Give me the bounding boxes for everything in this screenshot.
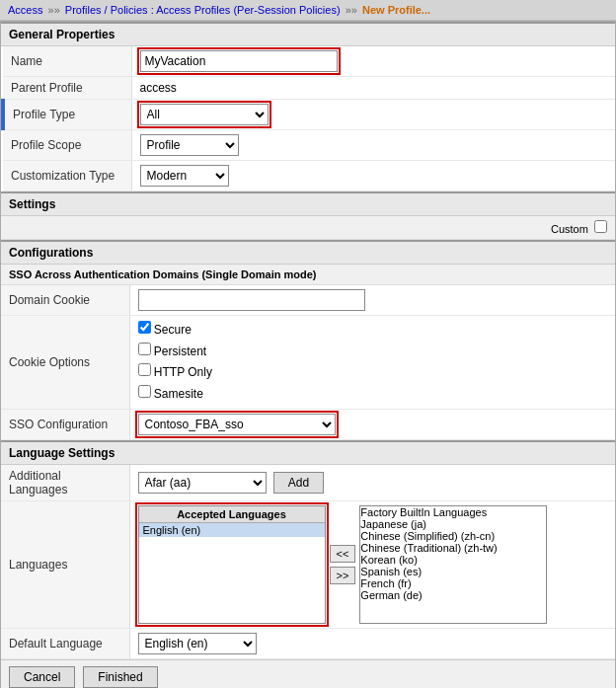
- languages-label: Languages: [1, 501, 129, 629]
- list-item-english[interactable]: English (en): [139, 523, 325, 537]
- persistent-option[interactable]: Persistent: [138, 342, 608, 363]
- customization-type-label: Customization Type: [3, 161, 131, 191]
- list-item-korean[interactable]: Korean (ko): [360, 554, 546, 566]
- list-item-german[interactable]: German (de): [360, 589, 546, 601]
- sso-table: Domain Cookie Cookie Options Secure Pers…: [1, 285, 615, 440]
- http-only-option[interactable]: HTTP Only: [138, 362, 608, 384]
- list-item-spanish[interactable]: Spanish (es): [360, 566, 546, 577]
- transfer-right-button[interactable]: >>: [330, 567, 356, 584]
- accepted-languages-container: Accepted Languages English (en): [138, 505, 326, 624]
- language-table: Additional Languages Afar (aa) Add Langu…: [1, 465, 615, 659]
- sso-config-select[interactable]: Contoso_FBA_sso: [138, 414, 336, 435]
- domain-cookie-row: Domain Cookie: [1, 285, 615, 316]
- profile-scope-select[interactable]: Profile: [140, 134, 239, 156]
- additional-languages-row: Additional Languages Afar (aa) Add: [1, 465, 615, 501]
- customization-type-row: Customization Type Modern: [3, 161, 615, 191]
- domain-cookie-value-cell: [129, 285, 615, 316]
- configurations-header: Configurations: [1, 240, 615, 265]
- customization-type-select[interactable]: Modern: [140, 165, 229, 187]
- name-label: Name: [3, 46, 131, 77]
- parent-profile-label: Parent Profile: [3, 77, 131, 100]
- name-input[interactable]: [140, 50, 338, 72]
- http-only-checkbox[interactable]: [138, 363, 151, 376]
- sso-subheader: SSO Across Authentication Domains (Singl…: [1, 265, 615, 285]
- factory-languages-list[interactable]: Factory BuiltIn Languages Japanese (ja) …: [359, 505, 547, 624]
- breadcrumb-sep1: »»: [48, 4, 63, 16]
- cookie-options-value-cell: Secure Persistent HTTP Only Samesite: [129, 316, 615, 410]
- name-value-cell: [131, 46, 615, 77]
- factory-languages-header: Factory BuiltIn Languages: [360, 506, 546, 518]
- cookie-options-label: Cookie Options: [1, 316, 129, 410]
- language-settings-header: Language Settings: [1, 440, 615, 465]
- sso-config-value-cell: Contoso_FBA_sso: [129, 410, 615, 440]
- footer-buttons: Cancel Finished: [1, 659, 615, 688]
- breadcrumb-access[interactable]: Access: [8, 4, 42, 16]
- language-lists-container: Accepted Languages English (en) << >> Fa…: [138, 505, 608, 624]
- factory-languages-container: Factory BuiltIn Languages Japanese (ja) …: [359, 505, 547, 624]
- breadcrumb-profiles[interactable]: Profiles / Policies : Access Profiles (P…: [65, 4, 341, 16]
- samesite-option[interactable]: Samesite: [138, 384, 608, 406]
- profile-type-row: Profile Type All: [3, 100, 615, 130]
- secure-option[interactable]: Secure: [138, 320, 608, 342]
- profile-type-select[interactable]: All: [140, 104, 269, 125]
- cookie-options-row: Cookie Options Secure Persistent HTTP On…: [1, 316, 615, 410]
- custom-label: Custom: [551, 220, 607, 235]
- secure-checkbox[interactable]: [138, 321, 151, 334]
- sso-config-row: SSO Configuration Contoso_FBA_sso: [1, 410, 615, 440]
- cancel-button[interactable]: Cancel: [9, 666, 75, 688]
- samesite-checkbox[interactable]: [138, 385, 151, 398]
- list-item-chinese-traditional[interactable]: Chinese (Traditional) (zh-tw): [360, 542, 546, 554]
- breadcrumb: Access »» Profiles / Policies : Access P…: [0, 0, 616, 21]
- list-item-chinese-simplified[interactable]: Chinese (Simplified) (zh-cn): [360, 530, 546, 542]
- domain-cookie-input[interactable]: [138, 289, 365, 311]
- additional-languages-label: Additional Languages: [1, 465, 129, 501]
- transfer-left-button[interactable]: <<: [330, 545, 356, 563]
- settings-header: Settings: [1, 191, 615, 216]
- sso-config-label: SSO Configuration: [1, 410, 129, 440]
- profile-type-value-cell: All: [131, 100, 615, 130]
- accepted-languages-header: Accepted Languages: [139, 506, 325, 523]
- parent-profile-row: Parent Profile access: [3, 77, 615, 100]
- profile-scope-label: Profile Scope: [3, 130, 131, 161]
- profile-scope-value-cell: Profile: [131, 130, 615, 161]
- domain-cookie-label: Domain Cookie: [1, 285, 129, 316]
- languages-row: Languages Accepted Languages English (en…: [1, 501, 615, 629]
- default-language-value-cell: English (en): [129, 629, 615, 659]
- default-language-row: Default Language English (en): [1, 629, 615, 659]
- settings-row: Custom: [1, 216, 615, 240]
- additional-languages-value-cell: Afar (aa) Add: [129, 465, 615, 501]
- profile-scope-row: Profile Scope Profile: [3, 130, 615, 161]
- cookie-options-group: Secure Persistent HTTP Only Samesite: [138, 320, 608, 405]
- additional-languages-select[interactable]: Afar (aa): [138, 472, 267, 494]
- name-row: Name: [3, 46, 615, 77]
- general-properties-header: General Properties: [1, 22, 615, 46]
- breadcrumb-current: New Profile...: [362, 4, 430, 16]
- list-item-french[interactable]: French (fr): [360, 577, 546, 589]
- languages-value-cell: Accepted Languages English (en) << >> Fa…: [129, 501, 615, 629]
- general-properties-table: Name Parent Profile access Profile Type …: [1, 46, 615, 191]
- finished-button[interactable]: Finished: [83, 666, 157, 688]
- profile-type-label: Profile Type: [3, 100, 131, 130]
- list-item-japanese[interactable]: Japanese (ja): [360, 518, 546, 530]
- breadcrumb-sep2: »»: [346, 4, 360, 16]
- customization-type-value-cell: Modern: [131, 161, 615, 191]
- default-language-select[interactable]: English (en): [138, 633, 257, 654]
- transfer-buttons: << >>: [330, 545, 356, 584]
- default-language-label: Default Language: [1, 629, 129, 659]
- add-language-button[interactable]: Add: [273, 472, 324, 494]
- custom-checkbox[interactable]: [594, 220, 607, 233]
- parent-profile-value: access: [131, 77, 615, 100]
- persistent-checkbox[interactable]: [138, 343, 151, 355]
- accepted-languages-list[interactable]: Accepted Languages English (en): [138, 505, 326, 624]
